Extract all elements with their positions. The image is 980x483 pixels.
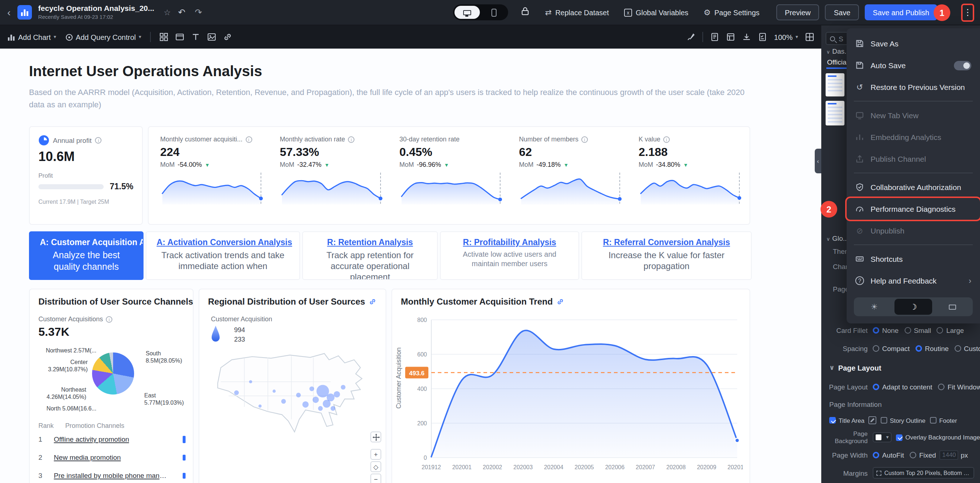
overlay-background-checkbox[interactable]: Overlay Background Image — [896, 434, 980, 441]
menu-item-label: Collaborative Authorization — [870, 183, 961, 191]
card-fillet-small[interactable]: Small — [904, 326, 931, 334]
tab-customer-acquisition[interactable]: A: Customer Acquisition Analysis Analyze… — [29, 231, 143, 280]
svg-text:202005: 202005 — [574, 464, 593, 470]
map-pan-button[interactable] — [371, 432, 381, 442]
story-outline-checkbox[interactable]: Story Outline — [880, 417, 925, 424]
device-toggle[interactable] — [453, 4, 508, 20]
width-autofit[interactable]: AutoFit — [873, 451, 904, 459]
menu-performance-diagnostics[interactable]: Performance Diagnostics — [846, 198, 980, 220]
menu-publish-channel[interactable]: Publish Channel — [846, 148, 980, 170]
text-icon[interactable] — [191, 33, 200, 41]
auto-save-toggle[interactable] — [954, 61, 971, 70]
image-icon[interactable] — [207, 33, 216, 41]
acquisition-trend-card[interactable]: Monthly Customer Acquisition Trend Custo… — [391, 289, 750, 483]
spacing-compact[interactable]: Compact — [873, 344, 910, 352]
tab-container-icon[interactable] — [175, 33, 184, 41]
map-reset-button[interactable]: ◇ — [371, 461, 381, 472]
menu-unpublish[interactable]: ⊘ Unpublish — [846, 220, 980, 241]
tab-profitability[interactable]: R: Profitability Analysis Activate low a… — [440, 231, 579, 280]
fixed-width-input[interactable]: 1440 — [940, 450, 959, 459]
pie-chart[interactable] — [92, 352, 134, 395]
template-thumbnail[interactable] — [826, 101, 845, 126]
theme-dark-segment[interactable]: ☽ — [894, 299, 932, 315]
width-fixed[interactable]: Fixed — [910, 451, 936, 459]
redo-icon[interactable]: ↷ — [192, 7, 204, 18]
tab-retention[interactable]: R: Retention Analysis Track app retentio… — [302, 231, 438, 280]
save-button[interactable]: Save — [825, 4, 859, 20]
spacing-routine[interactable]: Routine — [915, 344, 949, 352]
panel-collapse-handle[interactable]: ‹ — [815, 149, 821, 173]
back-icon[interactable]: ‹ — [6, 6, 12, 18]
save-and-publish-button[interactable]: Save and Publish — [865, 4, 937, 20]
title-area-checkbox[interactable]: Title Area — [829, 417, 864, 424]
checkbox-icon — [880, 417, 887, 424]
tab-official[interactable]: Official — [827, 58, 848, 66]
menu-help-and-feedback[interactable]: ? Help and Feedback › — [846, 270, 980, 292]
channel-link[interactable]: Pre installed by mobile phone manufactu.… — [54, 472, 170, 479]
menu-restore-previous-version[interactable]: ↺ Restore to Previous Version — [846, 76, 980, 98]
mobile-segment[interactable] — [481, 6, 507, 19]
channel-link[interactable]: New media promotion — [54, 453, 121, 461]
tab-activation-conversion[interactable]: A: Activation Conversion Analysis Track … — [146, 231, 300, 280]
desktop-segment[interactable] — [455, 6, 480, 19]
page-settings-section: Card Fillet None Small Large Spacing Com… — [821, 321, 980, 482]
component-grid-icon[interactable] — [159, 33, 168, 41]
kpi-monthly-customer-acquisitions[interactable]: Monthly customer acquisiti...i 224 MoM-5… — [150, 130, 270, 221]
margins-dropdown[interactable]: Custom Top 20 Pixels, Bottom 10 Pixels, … — [873, 467, 974, 479]
kpi-monthly-activation-rate[interactable]: Monthly activation ratei 57.33% MoM-32.4… — [270, 130, 389, 221]
layout-adapt-to-content[interactable]: Adapt to content — [873, 383, 932, 391]
add-query-control-button[interactable]: Add Query Control ▾ — [65, 33, 142, 41]
card-fillet-none[interactable]: None — [873, 326, 899, 334]
checklist-doc-icon[interactable] — [758, 33, 767, 41]
footer-checkbox[interactable]: Footer — [930, 417, 957, 424]
spacing-custom[interactable]: Custom — [955, 344, 980, 352]
page-settings-button[interactable]: ⚙ Page Settings — [703, 8, 759, 17]
menu-shortcuts[interactable]: Shortcuts — [846, 248, 980, 270]
menu-embedding-analytics[interactable]: Embedding Analytics — [846, 126, 980, 148]
kpi-k-value[interactable]: K valuei 2.188 MoM-34.80%▼ — [628, 130, 748, 221]
link-icon[interactable] — [369, 298, 376, 305]
export-icon[interactable] — [742, 33, 751, 41]
annual-profit-card[interactable]: Annual profit i 10.6M Profit 71.5% Curre… — [29, 126, 143, 225]
layout-grid-icon[interactable] — [805, 33, 814, 41]
zoom-level-control[interactable]: 100% ▾ — [774, 33, 798, 41]
preview-button[interactable]: Preview — [776, 4, 819, 20]
page-layout-header[interactable]: ∨ Page Layout — [821, 357, 980, 378]
background-color-picker[interactable]: ▾ — [873, 432, 892, 442]
channel-link[interactable]: Offline activity promotion — [54, 435, 129, 443]
global-section-fragment[interactable]: ∨Glo... — [826, 234, 849, 242]
replace-dataset-button[interactable]: ⇄ Replace Dataset — [545, 8, 609, 17]
undo-icon[interactable]: ↶ — [176, 7, 188, 18]
link-icon[interactable] — [556, 298, 563, 305]
trend-chart[interactable]: 0200400600800201912202001202002202003202… — [402, 308, 743, 482]
global-variables-button[interactable]: x Global Variables — [624, 8, 688, 16]
kpi-30-day-retention-rate[interactable]: 30-day retention rate 0.45% MoM-96.96%▼ — [389, 130, 509, 221]
chart-table-icon[interactable] — [726, 33, 735, 41]
tab-referral-conversion[interactable]: R: Referral Conversion Analysis Increase… — [581, 231, 752, 280]
menu-auto-save[interactable]: Auto Save — [846, 54, 980, 76]
template-thumbnail[interactable] — [826, 73, 845, 96]
lock-icon[interactable] — [520, 6, 530, 19]
chart-title-text: Distribution of User Source Channels — [38, 296, 193, 307]
menu-new-tab-view[interactable]: New Tab View — [846, 104, 980, 126]
add-chart-button[interactable]: Add Chart ▾ — [7, 33, 56, 41]
title-edit-button[interactable] — [868, 416, 876, 424]
map-zoom-out-button[interactable]: − — [371, 473, 381, 483]
menu-collaborative-authorization[interactable]: Collaborative Authorization — [846, 176, 980, 198]
theme-auto-segment[interactable] — [934, 299, 971, 315]
regional-distribution-card[interactable]: Regional Distribution of User Sources Cu… — [199, 289, 387, 483]
chevron-down-icon: ▾ — [886, 434, 889, 440]
kpi-number-of-members[interactable]: Number of membersi 62 MoM-49.18%▼ — [509, 130, 628, 221]
format-brush-icon[interactable] — [686, 33, 695, 41]
link-icon[interactable] — [223, 33, 232, 41]
document-outline-icon[interactable] — [710, 33, 719, 41]
card-fillet-large[interactable]: Large — [937, 326, 964, 334]
menu-save-as[interactable]: Save As — [846, 33, 980, 54]
map-zoom-in-button[interactable]: + — [371, 449, 381, 460]
source-channels-card[interactable]: Distribution of User Source Channels Cus… — [29, 289, 194, 483]
kebab-menu-icon[interactable]: ⋮ — [963, 7, 972, 18]
theme-light-segment[interactable]: ☀ — [855, 299, 893, 315]
layout-fit-window[interactable]: Fit Window — [938, 383, 980, 391]
us-map[interactable] — [205, 350, 378, 445]
favorite-star-icon[interactable]: ☆ — [164, 8, 171, 17]
